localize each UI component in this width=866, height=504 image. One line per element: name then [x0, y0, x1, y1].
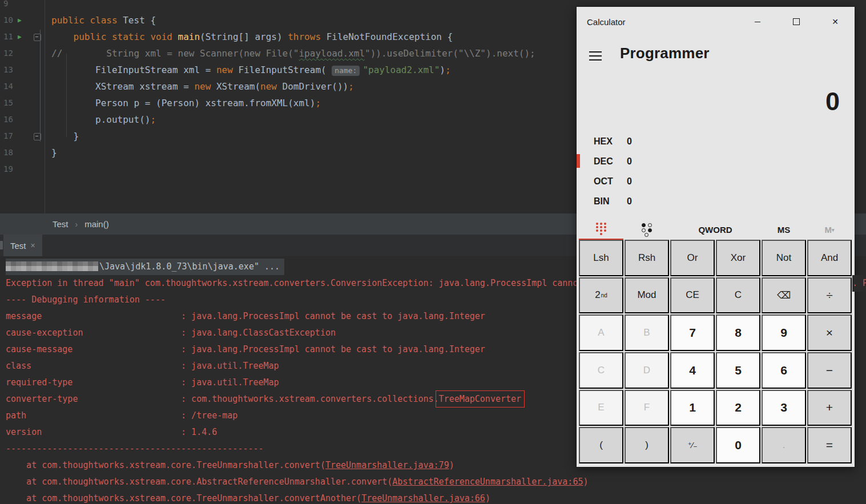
- radix-row-dec[interactable]: DEC0: [577, 151, 748, 171]
- key-label: Xor: [731, 252, 746, 264]
- stack-file-link[interactable]: TreeUnmarshaller.java:79: [325, 460, 449, 470]
- line-number: 15: [3, 98, 13, 107]
- gutter-line: 16: [0, 111, 45, 128]
- stack-text: at com.thoughtworks.xstream.core.TreeUnm…: [6, 460, 325, 470]
- calc-key-9[interactable]: 9: [762, 315, 806, 351]
- calc-key-mod[interactable]: Mod: [625, 277, 669, 314]
- console-icon: [0, 241, 3, 249]
- radix-value: 0: [627, 196, 632, 207]
- maximize-button[interactable]: [777, 7, 816, 37]
- calc-key-plus[interactable]: +: [807, 390, 852, 426]
- calc-key-not[interactable]: Not: [762, 240, 806, 276]
- close-button[interactable]: ✕: [816, 7, 855, 37]
- run-icon[interactable]: ▶: [18, 29, 22, 45]
- key-label: E: [598, 402, 604, 413]
- line-number: 17: [3, 131, 13, 140]
- calc-key-hex-d[interactable]: D: [625, 352, 669, 389]
- indent-guide: [66, 54, 67, 137]
- key-label: 7: [689, 326, 696, 340]
- calc-key-hex-b[interactable]: B: [625, 315, 669, 351]
- stack-file-link[interactable]: AbstractReferenceUnmarshaller.java:65: [392, 477, 583, 487]
- breadcrumb-method[interactable]: main(): [84, 219, 109, 229]
- calc-key-divide[interactable]: ÷: [807, 277, 852, 314]
- screen: 910▶11▶1213141516171819 public class Tes…: [0, 0, 866, 504]
- calc-key-0[interactable]: 0: [716, 427, 760, 463]
- gutter-line: 9: [0, 0, 45, 12]
- full-keypad-toggle[interactable]: [579, 219, 623, 240]
- debug-value: /tree-map: [191, 410, 237, 421]
- memory-dropdown-button[interactable]: M▾: [807, 219, 852, 240]
- key-label: (: [599, 440, 603, 451]
- radix-row-hex[interactable]: HEX0: [577, 131, 748, 151]
- calc-key-minus[interactable]: −: [807, 352, 852, 389]
- calc-key-open-paren[interactable]: (: [579, 427, 623, 463]
- debug-value: 1.4.6: [191, 427, 217, 437]
- cmd-line-text: \Java\jdk1.8.0_73\bin\java.exe" ...: [6, 259, 284, 275]
- code-token: ): [440, 64, 445, 75]
- close-icon[interactable]: ×: [31, 241, 35, 250]
- line-number: 14: [3, 82, 13, 91]
- radix-value: 0: [627, 136, 632, 147]
- radix-label: HEX: [594, 136, 627, 147]
- debug-value: com.thoughtworks.xstream.converters.coll…: [191, 394, 438, 404]
- radix-row-bin[interactable]: BIN0: [577, 191, 748, 211]
- tab-test[interactable]: Test ×: [3, 235, 42, 256]
- memory-store-button[interactable]: MS: [762, 219, 806, 240]
- calc-key-clear[interactable]: C: [716, 277, 760, 314]
- window-title: Calculator: [587, 17, 626, 27]
- hamburger-menu-icon[interactable]: [589, 51, 602, 61]
- calc-key-plus-minus[interactable]: ⁺⁄₋: [670, 427, 715, 463]
- calc-key-7[interactable]: 7: [670, 315, 715, 351]
- calc-key-hex-c[interactable]: C: [579, 352, 623, 389]
- key-label: B: [643, 327, 650, 338]
- calc-key-1[interactable]: 1: [670, 390, 715, 426]
- calc-key-decimal[interactable]: .: [762, 427, 806, 463]
- calc-key-3[interactable]: 3: [762, 390, 806, 426]
- code-token: XStream xstream =: [51, 81, 194, 92]
- calc-key-equals[interactable]: =: [807, 427, 852, 463]
- key-label: 8: [735, 326, 742, 340]
- radix-row-oct[interactable]: OCT0: [577, 171, 748, 191]
- calc-key-and[interactable]: And: [807, 240, 852, 276]
- key-label: Not: [776, 252, 791, 264]
- code-token: [51, 31, 74, 42]
- calc-key-lsh[interactable]: Lsh: [579, 240, 623, 276]
- gutter-line: 15: [0, 95, 45, 111]
- calc-key-backspace[interactable]: ⌫: [762, 277, 806, 314]
- calc-key-or[interactable]: Or: [670, 240, 715, 276]
- calc-key-second[interactable]: 2nd: [579, 277, 623, 314]
- bit-toggle-icon: [641, 223, 653, 237]
- calc-key-5[interactable]: 5: [716, 352, 760, 389]
- calc-key-4[interactable]: 4: [670, 352, 715, 389]
- calc-key-close-paren[interactable]: ): [625, 427, 669, 463]
- key-label: ÷: [826, 288, 833, 302]
- key-label: C: [735, 289, 742, 301]
- calculator-titlebar[interactable]: Calculator ─ ✕: [577, 7, 855, 37]
- line-number: 16: [3, 115, 13, 124]
- calc-key-clear-entry[interactable]: CE: [670, 277, 715, 314]
- calc-key-multiply[interactable]: ×: [807, 315, 852, 351]
- minimize-button[interactable]: ─: [738, 7, 777, 37]
- bit-keypad-toggle[interactable]: [625, 219, 669, 240]
- calc-key-6[interactable]: 6: [762, 352, 806, 389]
- radix-label: BIN: [594, 196, 627, 207]
- annotation-red-box: TreeMapConverter: [439, 394, 522, 404]
- calc-key-2[interactable]: 2: [716, 390, 760, 426]
- calc-key-xor[interactable]: Xor: [716, 240, 760, 276]
- line-number: 18: [3, 148, 13, 157]
- calc-key-8[interactable]: 8: [716, 315, 760, 351]
- key-label: D: [643, 365, 650, 376]
- calc-key-hex-e[interactable]: E: [579, 390, 623, 426]
- code-token: new: [216, 64, 239, 75]
- run-icon[interactable]: ▶: [18, 12, 22, 29]
- calc-key-hex-f[interactable]: F: [625, 390, 669, 426]
- calc-key-hex-a[interactable]: A: [579, 315, 623, 351]
- stack-file-link[interactable]: TreeUnmarshaller.java:66: [361, 493, 485, 503]
- word-size-button[interactable]: QWORD: [670, 219, 760, 240]
- breadcrumb-class[interactable]: Test: [53, 219, 69, 229]
- calculator-keypad: LshRshOrXorNotAnd2ndModCEC⌫÷AB789×CD456−…: [579, 240, 852, 463]
- code-token: XStream(: [216, 81, 260, 92]
- calc-key-rsh[interactable]: Rsh: [625, 240, 669, 276]
- key-label: 0: [735, 438, 742, 452]
- code-token: "payload2.xml": [362, 64, 440, 75]
